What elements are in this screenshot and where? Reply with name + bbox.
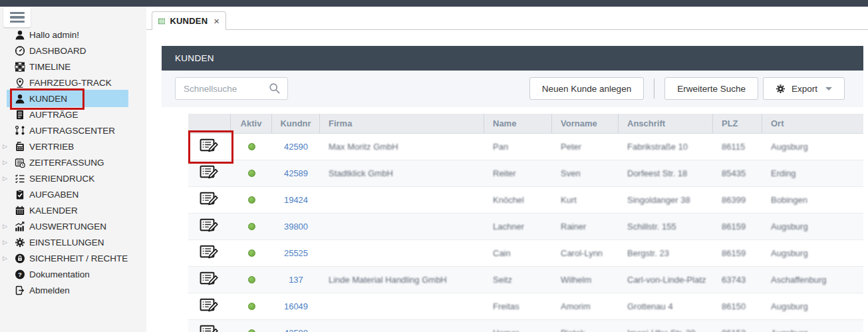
edit-row-button[interactable]	[200, 192, 219, 208]
advanced-search-button[interactable]: Erweiterte Suche	[664, 77, 758, 100]
sidebar-item-greeting[interactable]: Hallo admin!	[0, 27, 146, 43]
sidebar-item-kalender[interactable]: KALENDER	[0, 202, 146, 218]
tab-close-icon[interactable]: ×	[214, 16, 219, 26]
kundnr-link[interactable]: 42590	[284, 142, 308, 152]
sidebar-item-dashboard[interactable]: DASHBOARD	[0, 43, 146, 59]
tab-label: KUNDEN	[170, 16, 208, 26]
sidebar-item-label: ZEITERFASSUNG	[29, 158, 104, 168]
edit-row-button[interactable]	[200, 138, 219, 155]
col-plz[interactable]: PLZ	[713, 114, 762, 133]
advanced-search-label: Erweiterte Suche	[677, 84, 746, 94]
cell-firma	[320, 293, 484, 319]
edit-note-icon	[200, 325, 219, 332]
col-kundnr[interactable]: Kundnr	[272, 114, 320, 133]
kundnr-link[interactable]: 16049	[284, 301, 308, 311]
sidebar-item-auswertungen[interactable]: ▷ AUSWERTUNGEN	[0, 218, 146, 234]
edit-row-button[interactable]	[200, 218, 219, 235]
checklist-icon	[14, 173, 25, 184]
toolbar: Neuen Kunde anlegen Erweiterte Suche Exp…	[162, 71, 863, 107]
sidebar-item-aufgaben[interactable]: AUFGABEN	[0, 186, 146, 202]
cell-plz: 63743	[713, 267, 762, 293]
edit-note-icon	[200, 218, 219, 235]
col-name[interactable]: Name	[484, 114, 552, 133]
cell-name: Hamor	[484, 320, 552, 332]
edit-row-button[interactable]	[200, 245, 219, 261]
hamburger-menu-button[interactable]	[3, 7, 31, 27]
sidebar-item-timeline[interactable]: TIMELINE	[0, 59, 146, 75]
cell-ort: Augsburg	[762, 214, 863, 240]
sidebar-item-label: AUFGABEN	[29, 190, 78, 200]
sidebar-item-label: FAHRZEUG-TRACK	[29, 78, 112, 88]
col-anschrift[interactable]: Anschrift	[619, 114, 713, 133]
sidebar-item-kunden[interactable]: KUNDEN	[0, 90, 146, 106]
sidebar-item-auftragscenter[interactable]: AUFTRAGSCENTER	[0, 122, 146, 138]
cell-ort: Erding	[762, 160, 863, 186]
edit-row-button[interactable]	[200, 165, 219, 182]
search-input[interactable]	[176, 84, 269, 94]
cell-vorname: Sven	[552, 160, 619, 186]
expand-caret-icon[interactable]: ▷	[3, 143, 7, 150]
edit-note-icon	[200, 245, 219, 261]
kundnr-link[interactable]: 25525	[284, 248, 308, 258]
col-vorname[interactable]: Vorname	[552, 114, 619, 133]
expand-caret-icon[interactable]: ▷	[3, 223, 7, 230]
edit-row-button[interactable]	[200, 325, 219, 332]
cell-name: Freitas	[484, 293, 552, 319]
new-customer-label: Neuen Kunde anlegen	[542, 84, 631, 94]
cell-name: Pan	[484, 134, 552, 160]
expand-caret-icon[interactable]: ▷	[3, 175, 7, 182]
cell-plz: 86399	[713, 187, 762, 213]
cell-firma	[320, 320, 484, 332]
cell-anschrift: Carl-von-Linde-Platz	[619, 267, 713, 293]
kundnr-link[interactable]: 42589	[284, 168, 308, 178]
sidebar-item-auftraege[interactable]: AUFTRÄGE	[0, 106, 146, 122]
edit-row-button[interactable]	[200, 298, 219, 315]
edit-row-button[interactable]	[200, 271, 219, 288]
cell-plz: 86159	[713, 240, 762, 266]
export-label: Export	[792, 84, 817, 94]
sidebar-item-einstellungen[interactable]: ▷ EINSTELLUNGEN	[0, 234, 146, 250]
expand-caret-icon[interactable]: ▷	[3, 159, 7, 166]
sidebar-item-dokumentation[interactable]: ? Dokumentation	[0, 266, 146, 282]
magnifier-icon[interactable]	[269, 83, 281, 94]
cell-plz: 86153	[713, 320, 762, 332]
time-sheet-clock-icon	[14, 157, 25, 168]
cell-name: Knöchel	[484, 187, 552, 213]
toolbar-divider	[654, 79, 654, 98]
new-customer-button[interactable]: Neuen Kunde anlegen	[529, 77, 644, 100]
sidebar-item-label: KALENDER	[29, 206, 78, 216]
top-bar	[0, 0, 868, 7]
cell-firma: Stadtklick GmbH	[320, 160, 484, 186]
sidebar-item-abmelden[interactable]: Abmelden	[0, 282, 146, 298]
expand-caret-icon[interactable]: ▷	[3, 255, 7, 261]
chevron-down-icon	[825, 87, 832, 90]
kundnr-link[interactable]: 42588	[284, 328, 308, 332]
cell-plz: 86115	[713, 134, 762, 160]
tab-kunden[interactable]: KUNDEN ×	[152, 11, 226, 30]
sidebar-item-label: Dokumentation	[29, 269, 90, 279]
kundnr-link[interactable]: 137	[289, 275, 303, 285]
sidebar-item-vertrieb[interactable]: ▷ VERTRIEB	[0, 138, 146, 154]
kundnr-link[interactable]: 39800	[284, 222, 308, 232]
expand-caret-icon[interactable]: ▷	[3, 239, 7, 246]
export-button[interactable]: Export	[763, 77, 845, 100]
edit-note-icon	[200, 165, 219, 182]
cell-plz: 86150	[713, 293, 762, 319]
col-firma[interactable]: Firma	[320, 114, 484, 133]
col-ort[interactable]: Ort	[762, 114, 863, 133]
cell-vorname: Carol-Lynn	[552, 240, 619, 266]
cell-anschrift: Singoldanger 38	[619, 187, 713, 213]
sidebar-item-label: EINSTELLUNGEN	[29, 238, 104, 248]
sidebar-item-zeiterfassung[interactable]: ▷ ZEITERFASSUNG	[0, 154, 146, 170]
help-circle-icon: ?	[14, 269, 25, 280]
cell-anschrift: Grottenau 4	[619, 293, 713, 319]
kundnr-link[interactable]: 19424	[284, 195, 308, 205]
clipboard-check-icon	[14, 189, 25, 200]
sidebar-item-label: AUFTRÄGE	[29, 110, 78, 120]
sidebar-item-fahrzeug-track[interactable]: FAHRZEUG-TRACK	[0, 75, 146, 90]
sidebar-item-seriendruck[interactable]: ▷ SERIENDRUCK	[0, 170, 146, 186]
table-row: 19424 Knöchel Kurt Singoldanger 38 86399…	[188, 187, 863, 214]
col-aktiv[interactable]: Aktiv	[231, 114, 272, 133]
sidebar-item-sicherheit-rechte[interactable]: ▷ SICHERHEIT / RECHTE	[0, 250, 146, 266]
active-status-dot	[248, 143, 255, 150]
